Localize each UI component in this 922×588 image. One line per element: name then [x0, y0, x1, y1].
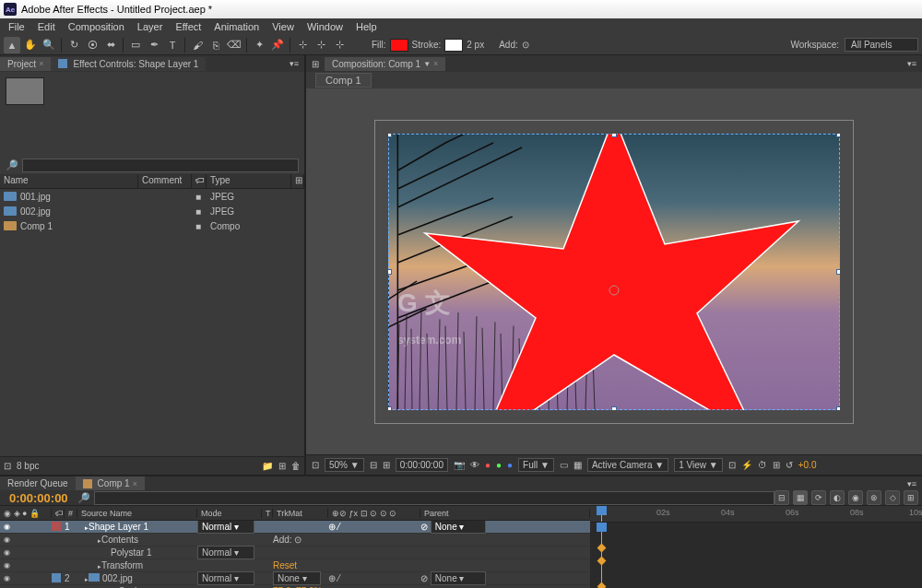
panbehind-tool-icon[interactable]: ⬌: [102, 37, 119, 53]
composition-viewer[interactable]: G 文system.com: [306, 88, 922, 454]
menu-window[interactable]: Window: [301, 21, 349, 32]
resize-handle[interactable]: [611, 134, 617, 137]
add-label[interactable]: Add:: [499, 40, 518, 50]
alpha-icon[interactable]: ⊡: [312, 460, 319, 470]
fast-preview-icon[interactable]: ⚡: [741, 460, 752, 470]
draft3d-icon[interactable]: ▦: [793, 490, 808, 505]
flowchart-icon[interactable]: ⊞: [306, 59, 325, 69]
composition-canvas[interactable]: G 文system.com: [388, 134, 840, 410]
menu-layer[interactable]: Layer: [131, 21, 170, 32]
menu-file[interactable]: File: [2, 21, 31, 32]
transparency-icon[interactable]: ▦: [573, 460, 582, 470]
eraser-tool-icon[interactable]: ⌫: [226, 37, 242, 53]
resize-handle[interactable]: [611, 406, 617, 410]
resize-handle[interactable]: [388, 406, 392, 410]
project-item[interactable]: Comp 1 ■ Compo: [0, 218, 304, 233]
col-flowchart-icon[interactable]: ⊞: [291, 174, 304, 188]
frame-blend-icon[interactable]: ◐: [830, 490, 845, 505]
roto-tool-icon[interactable]: ✦: [251, 37, 267, 53]
keyframe-icon[interactable]: [597, 582, 607, 588]
hand-tool-icon[interactable]: ✋: [22, 37, 39, 53]
pixel-aspect-icon[interactable]: ⊡: [728, 460, 736, 470]
views-dropdown[interactable]: 1 View ▼: [674, 458, 723, 472]
puppet-tool-icon[interactable]: 📌: [269, 37, 286, 53]
timeline-tracks[interactable]: ⌄ 02s 04s 06s 08s 10s: [590, 506, 922, 588]
close-icon[interactable]: ×: [433, 59, 438, 68]
comp-mini-flowchart-icon[interactable]: ⊟: [774, 490, 789, 505]
channel-icon[interactable]: ●: [507, 460, 513, 470]
keyframe-icon[interactable]: [597, 544, 607, 553]
zoom-tool-icon[interactable]: 🔍: [41, 37, 57, 53]
resize-handle[interactable]: [836, 134, 840, 137]
project-item[interactable]: 002.jpg ■ JPEG: [0, 204, 304, 218]
interpret-icon[interactable]: ⊡: [4, 461, 11, 471]
hide-shy-icon[interactable]: ⟳: [811, 490, 826, 505]
brainstorm-icon[interactable]: ⊗: [867, 490, 881, 505]
exposure-value[interactable]: +0.0: [798, 460, 817, 470]
menu-composition[interactable]: Composition: [62, 21, 131, 32]
panel-menu-icon[interactable]: ▾≡: [902, 59, 922, 68]
resize-handle[interactable]: [388, 269, 392, 275]
comp-viewer-tab[interactable]: Composition: Comp 1 ▼×: [325, 57, 445, 71]
rect-tool-icon[interactable]: ▭: [127, 37, 144, 53]
clone-tool-icon[interactable]: ⎘: [207, 37, 224, 53]
graph-editor-icon[interactable]: ⊞: [904, 490, 918, 505]
timeline-comp-tab[interactable]: Comp 1×: [76, 476, 145, 490]
project-item[interactable]: 001.jpg ■ JPEG: [0, 189, 304, 204]
timeline-search-input[interactable]: [94, 491, 774, 505]
comp-subtab[interactable]: Comp 1: [315, 73, 372, 88]
fill-label[interactable]: Fill:: [372, 40, 386, 50]
camera-tool-icon[interactable]: ⦿: [84, 37, 100, 53]
stroke-width[interactable]: 2 px: [467, 40, 484, 50]
rotation-tool-icon[interactable]: ↻: [65, 37, 82, 53]
project-thumbnail[interactable]: [6, 77, 44, 105]
brush-tool-icon[interactable]: 🖌: [189, 37, 206, 53]
render-queue-tab[interactable]: Render Queue: [0, 476, 76, 490]
new-comp-icon[interactable]: ⊞: [278, 461, 286, 471]
grid-icon[interactable]: ⊞: [383, 460, 390, 470]
stroke-label[interactable]: Stroke:: [412, 40, 442, 50]
fill-swatch[interactable]: [390, 39, 408, 52]
show-snapshot-icon[interactable]: 👁: [470, 460, 479, 470]
view-axis-icon[interactable]: ⊹: [331, 37, 348, 53]
selection-tool-icon[interactable]: ▲: [4, 37, 20, 53]
add-dropdown-icon[interactable]: ⊙: [522, 40, 529, 50]
reset-exposure-icon[interactable]: ↺: [786, 460, 793, 470]
timeline-icon[interactable]: ⏱: [758, 460, 767, 470]
keyframe-icon[interactable]: [597, 557, 607, 566]
close-icon[interactable]: ×: [133, 479, 137, 488]
col-type[interactable]: Type: [207, 174, 291, 188]
time-ruler[interactable]: ⌄ 02s 04s 06s 08s 10s: [590, 506, 922, 523]
timeline-layer-row[interactable]: ◉▸ContentsAdd: ⊙: [0, 534, 590, 547]
res-down-icon[interactable]: ⊟: [370, 460, 377, 470]
workspace-dropdown[interactable]: All Panels: [845, 38, 918, 52]
type-tool-icon[interactable]: T: [164, 37, 181, 53]
project-search-input[interactable]: [22, 159, 299, 172]
menu-view[interactable]: View: [266, 21, 301, 32]
motion-blur-icon[interactable]: ◉: [848, 490, 863, 505]
resize-handle[interactable]: [388, 134, 392, 137]
menu-effect[interactable]: Effect: [169, 21, 207, 32]
camera-dropdown[interactable]: Active Camera ▼: [587, 458, 668, 472]
timecode-display[interactable]: 0:00:00:00: [396, 458, 448, 472]
timeline-layer-row[interactable]: ◉2▸002.jpgNormal ▾None ▾⊕ ⁄ ⊘ None ▾: [0, 572, 590, 585]
col-comment[interactable]: Comment: [138, 174, 192, 188]
resize-handle[interactable]: [836, 269, 840, 275]
panel-menu-icon[interactable]: ▾≡: [284, 59, 304, 68]
menu-help[interactable]: Help: [349, 21, 384, 32]
pen-tool-icon[interactable]: ✒: [146, 37, 162, 53]
menu-edit[interactable]: Edit: [31, 21, 62, 32]
bpc-toggle[interactable]: 8 bpc: [17, 461, 39, 471]
current-time-display[interactable]: 0:00:00:00: [0, 491, 77, 505]
timeline-layer-row[interactable]: ◉1▸Shape Layer 1Normal ▾⊕ ⁄ ⊘ None ▾: [0, 521, 590, 534]
panel-menu-icon[interactable]: ▾≡: [902, 479, 922, 488]
timeline-layer-row[interactable]: ◉Polystar 1Normal ▾: [0, 547, 590, 559]
zoom-dropdown[interactable]: 50% ▼: [325, 458, 364, 472]
resolution-dropdown[interactable]: Full ▼: [518, 458, 554, 472]
roi-icon[interactable]: ▭: [560, 460, 568, 470]
project-tab[interactable]: Project×: [0, 57, 51, 71]
resize-handle[interactable]: [836, 406, 840, 410]
auto-keyframe-icon[interactable]: ◇: [885, 490, 900, 505]
channel-icon[interactable]: ●: [485, 460, 491, 470]
local-axis-icon[interactable]: ⊹: [294, 37, 311, 53]
